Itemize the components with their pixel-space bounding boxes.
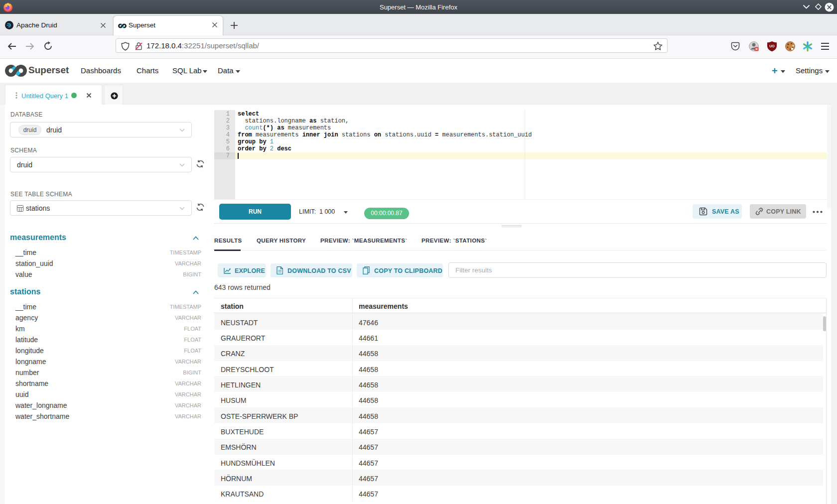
svg-text:UO: UO [769, 44, 775, 48]
